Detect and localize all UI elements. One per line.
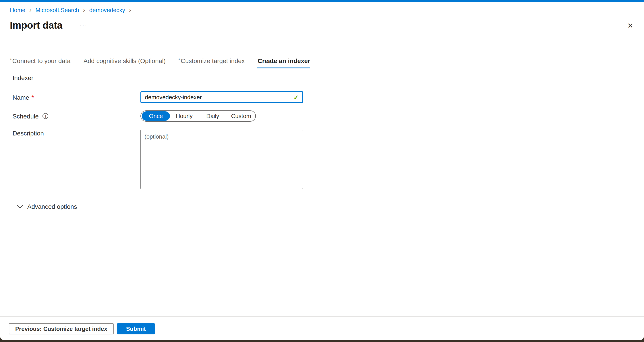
description-textarea[interactable] bbox=[140, 130, 303, 189]
schedule-option-hourly[interactable]: Hourly bbox=[170, 111, 198, 121]
schedule-label: Schedule bbox=[12, 112, 39, 120]
wizard-footer: Previous: Customize target index Submit bbox=[0, 316, 644, 334]
breadcrumb-separator-icon: › bbox=[129, 7, 131, 13]
breadcrumb-link-home[interactable]: Home bbox=[10, 7, 25, 14]
name-row: Name * demovedecky-indexer ✓ bbox=[12, 91, 350, 103]
schedule-row: Schedule i Once Hourly Daily Custom bbox=[12, 110, 350, 122]
tab-label: Create an indexer bbox=[258, 57, 310, 64]
close-icon[interactable]: ✕ bbox=[627, 21, 633, 30]
advanced-options-label: Advanced options bbox=[27, 203, 77, 210]
tab-label: Add cognitive skills (Optional) bbox=[84, 57, 166, 64]
indexer-form: Indexer Name * demovedecky-indexer ✓ Sch… bbox=[12, 74, 350, 218]
page-title: Import data bbox=[10, 20, 62, 31]
required-mark: * bbox=[178, 57, 180, 64]
name-label: Name bbox=[12, 94, 29, 101]
required-mark: * bbox=[10, 57, 12, 64]
breadcrumb-link-demovedecky[interactable]: demovedecky bbox=[89, 7, 125, 14]
breadcrumb-link-microsoft-search[interactable]: Microsoft.Search bbox=[36, 7, 79, 14]
tab-add-cognitive-skills[interactable]: Add cognitive skills (Optional) bbox=[83, 57, 166, 68]
breadcrumb-separator-icon: › bbox=[29, 7, 31, 13]
top-accent-bar bbox=[0, 0, 644, 2]
indexer-name-value: demovedecky-indexer bbox=[145, 94, 202, 100]
schedule-option-custom[interactable]: Custom bbox=[227, 111, 255, 121]
schedule-segmented-control: Once Hourly Daily Custom bbox=[140, 110, 256, 122]
screen: Home › Microsoft.Search › demovedecky › … bbox=[0, 0, 644, 342]
description-label: Description bbox=[12, 130, 44, 137]
valid-check-icon: ✓ bbox=[294, 94, 299, 101]
more-options-icon[interactable]: ··· bbox=[80, 23, 88, 28]
divider bbox=[12, 218, 321, 218]
previous-button[interactable]: Previous: Customize target index bbox=[9, 323, 114, 334]
breadcrumb-separator-icon: › bbox=[83, 7, 85, 13]
divider bbox=[12, 196, 321, 196]
required-asterisk: * bbox=[32, 94, 34, 101]
wizard-tabs: *Connect to your data Add cognitive skil… bbox=[10, 57, 310, 68]
submit-button[interactable]: Submit bbox=[117, 323, 155, 334]
description-row: Description bbox=[12, 130, 350, 189]
advanced-options-toggle[interactable]: Advanced options bbox=[12, 202, 350, 212]
import-data-blade: Home › Microsoft.Search › demovedecky › … bbox=[0, 0, 644, 340]
schedule-option-once[interactable]: Once bbox=[142, 111, 170, 121]
tab-connect-to-your-data[interactable]: *Connect to your data bbox=[10, 57, 70, 68]
chevron-down-icon bbox=[17, 202, 22, 208]
indexer-name-input[interactable]: demovedecky-indexer ✓ bbox=[140, 91, 303, 103]
section-title-indexer: Indexer bbox=[12, 74, 350, 81]
breadcrumb: Home › Microsoft.Search › demovedecky › bbox=[10, 7, 135, 14]
title-bar: Import data ··· ✕ bbox=[10, 19, 633, 32]
tab-customize-target-index[interactable]: *Customize target index bbox=[178, 57, 245, 68]
info-icon[interactable]: i bbox=[43, 113, 48, 119]
tab-label: Connect to your data bbox=[12, 57, 70, 64]
tab-label: Customize target index bbox=[181, 57, 245, 64]
schedule-option-daily[interactable]: Daily bbox=[198, 111, 227, 121]
tab-create-an-indexer[interactable]: Create an indexer bbox=[257, 57, 310, 68]
